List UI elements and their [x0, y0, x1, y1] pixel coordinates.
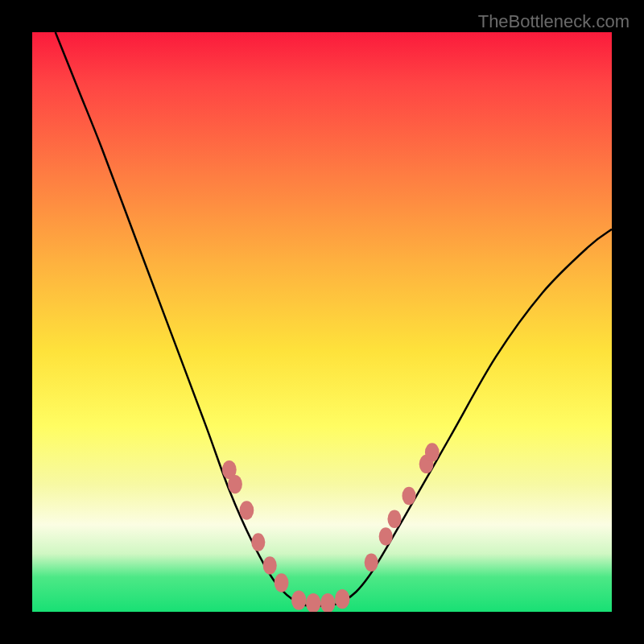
chart-background-gradient	[32, 32, 612, 612]
watermark-text: TheBottleneck.com	[478, 11, 630, 32]
chart-container: TheBottleneck.com	[0, 0, 644, 644]
